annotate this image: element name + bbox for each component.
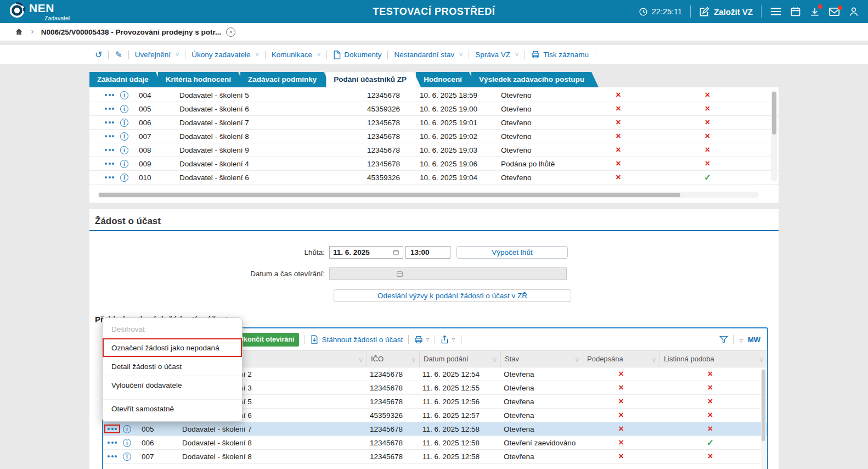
home-icon[interactable]: [14, 27, 24, 36]
close-icon[interactable]: ×: [226, 27, 235, 37]
row-menu-icon[interactable]: [104, 161, 115, 166]
signed-mark: ×: [580, 118, 657, 127]
table-row[interactable]: 010 Dodavatel - školení 6 45359326 10. 6…: [89, 171, 779, 185]
column-header-ico[interactable]: IČO: [367, 351, 419, 367]
row-menu-icon[interactable]: [104, 107, 115, 111]
menu-komunikace[interactable]: Komunikace: [272, 51, 320, 59]
signed-mark: ×: [580, 90, 657, 100]
downloads-icon[interactable]: [809, 6, 820, 17]
tab[interactable]: Zadávací podmínky: [240, 72, 331, 87]
filter-icon[interactable]: [719, 336, 728, 344]
menu-uverejneni[interactable]: Uveřejnění: [135, 51, 179, 59]
vypocet-lhut-button[interactable]: Výpočet lhůt: [456, 246, 568, 259]
supplier-name: Dodavatel - školení 5: [179, 91, 364, 99]
row-menu-icon[interactable]: [104, 120, 115, 125]
table-row[interactable]: 004 Dodavatel - školení 5 12345678 10. 6…: [89, 88, 779, 102]
vertical-scrollbar[interactable]: [771, 90, 777, 181]
table-row[interactable]: 006 Dodavatel - školení 8 12345678 11. 6…: [103, 436, 767, 450]
menu-nestandardni-stav[interactable]: Nestandardní stav: [394, 51, 463, 59]
column-header-datum-podani[interactable]: Datum podání: [419, 351, 500, 367]
export-button[interactable]: [441, 335, 455, 344]
context-menu-item[interactable]: Otevřít samostatně: [103, 399, 242, 418]
info-icon[interactable]: [123, 439, 131, 447]
filter-caret-icon[interactable]: [412, 355, 415, 363]
table-row[interactable]: 005 Dodavatel - školení 6 45359326 10. 6…: [89, 102, 779, 116]
table-row[interactable]: 007 Dodavatel - školení 8 12345678 11. 6…: [103, 450, 767, 464]
context-menu-item-label: Vyloučení dodavatele: [111, 381, 182, 389]
breadcrumb-item[interactable]: N006/25/V00005438 - Provozování prodejny…: [41, 27, 236, 37]
info-icon[interactable]: [120, 105, 128, 113]
ico-value: 12345678: [367, 384, 419, 392]
row-menu-icon[interactable]: [104, 93, 115, 97]
column-header-listinna-podoba[interactable]: Listinná podoba: [660, 351, 767, 367]
menu-sprava-vz[interactable]: Správa VZ: [475, 51, 518, 59]
status-value: Otevřeno: [498, 119, 580, 127]
row-menu-icon[interactable]: [106, 440, 118, 445]
menu-ukony-zadavatele[interactable]: Úkony zadavatele: [191, 51, 258, 59]
info-icon[interactable]: [120, 132, 128, 141]
scrollbar-thumb[interactable]: [762, 370, 765, 441]
submission-date: 11. 6. 2025 12:55: [419, 384, 500, 392]
paper-form-mark: ×: [657, 104, 758, 114]
info-icon[interactable]: [120, 146, 128, 154]
calendar-icon[interactable]: [790, 6, 801, 17]
paper-form-mark: ×: [660, 383, 761, 393]
row-menu-icon[interactable]: [106, 454, 118, 459]
filter-caret-icon[interactable]: [359, 355, 363, 363]
user-icon[interactable]: [848, 6, 859, 17]
menu-dokumenty[interactable]: Dokumenty: [333, 51, 381, 59]
deadline-time-input[interactable]: [410, 248, 446, 256]
tab[interactable]: Základní údaje: [89, 72, 163, 87]
create-vz-button[interactable]: Založit VZ: [699, 7, 753, 17]
row-menu-icon[interactable]: [106, 427, 118, 431]
tab[interactable]: Výsledek zadávacího postupu: [471, 72, 599, 87]
edit-button[interactable]: ✎: [115, 51, 122, 59]
scrollbar-thumb[interactable]: [772, 92, 776, 135]
context-menu-item[interactable]: Označení žádosti jako nepodaná: [103, 338, 242, 357]
info-icon[interactable]: [120, 174, 128, 182]
app-logo[interactable]: NEN Zadavatel: [9, 2, 70, 21]
context-menu-item[interactable]: Vyloučení dodavatele: [103, 376, 242, 394]
view-dropdown-icon[interactable]: [739, 336, 743, 344]
row-menu-icon[interactable]: [104, 148, 115, 152]
horizontal-scrollbar[interactable]: [98, 192, 759, 198]
deadline-date-input[interactable]: [333, 248, 393, 256]
context-menu-item[interactable]: Detail žádosti o účast: [103, 357, 242, 376]
table-row[interactable]: 009 Dodavatel - školení 4 12345678 10. 6…: [89, 157, 779, 171]
column-header-podepsana[interactable]: Podepsána: [583, 351, 660, 367]
row-menu-icon[interactable]: [104, 134, 115, 138]
info-icon[interactable]: [123, 425, 131, 433]
stahnout-zadosti-link[interactable]: Stáhnout žádosti o účast: [311, 335, 403, 344]
tab[interactable]: Hodnocení: [416, 72, 476, 87]
tab[interactable]: Kritéria hodnocení: [158, 72, 245, 87]
row-menu-icon[interactable]: [104, 175, 115, 180]
odeslani-vyzvy-button[interactable]: Odeslání výzvy k podání žádosti o účast …: [334, 289, 571, 302]
tab[interactable]: Podání účastníků ZP: [326, 72, 421, 87]
info-icon[interactable]: [120, 160, 128, 168]
filter-caret-icon[interactable]: [652, 355, 656, 363]
table-row[interactable]: 007 Dodavatel - školení 8 12345678 10. 6…: [89, 130, 779, 143]
scrollbar-thumb[interactable]: [99, 193, 680, 197]
filter-caret-icon[interactable]: [493, 355, 497, 363]
brand-role: Zadavatel: [44, 15, 70, 21]
history-button[interactable]: ↺: [95, 51, 102, 59]
vertical-scrollbar[interactable]: [761, 369, 766, 469]
ukoncit-oteviranni-button[interactable]: Ukončit otevírání: [234, 333, 299, 347]
print-button[interactable]: [414, 336, 429, 344]
menu-icon[interactable]: [770, 7, 782, 16]
deadline-date-field[interactable]: [329, 246, 403, 259]
table-row[interactable]: 008 Dodavatel - školení 9 12345678 10. 6…: [89, 143, 779, 157]
deadline-time-field[interactable]: [405, 246, 450, 259]
info-icon[interactable]: [120, 91, 128, 99]
info-icon[interactable]: [120, 119, 128, 127]
table-row[interactable]: 006 Dodavatel - školení 7 12345678 10. 6…: [89, 116, 779, 130]
mail-icon[interactable]: [828, 7, 840, 16]
table-row[interactable]: 005 Dodavatel - školení 7 12345678 11. 6…: [103, 422, 767, 436]
filter-caret-icon[interactable]: [760, 355, 763, 363]
print-record-button[interactable]: Tisk záznamu: [531, 51, 589, 59]
view-mw-button[interactable]: MW: [748, 336, 760, 344]
divider: [128, 51, 129, 59]
column-header-stav[interactable]: Stav: [500, 351, 583, 367]
filter-caret-icon[interactable]: [576, 355, 579, 363]
info-icon[interactable]: [123, 453, 131, 461]
